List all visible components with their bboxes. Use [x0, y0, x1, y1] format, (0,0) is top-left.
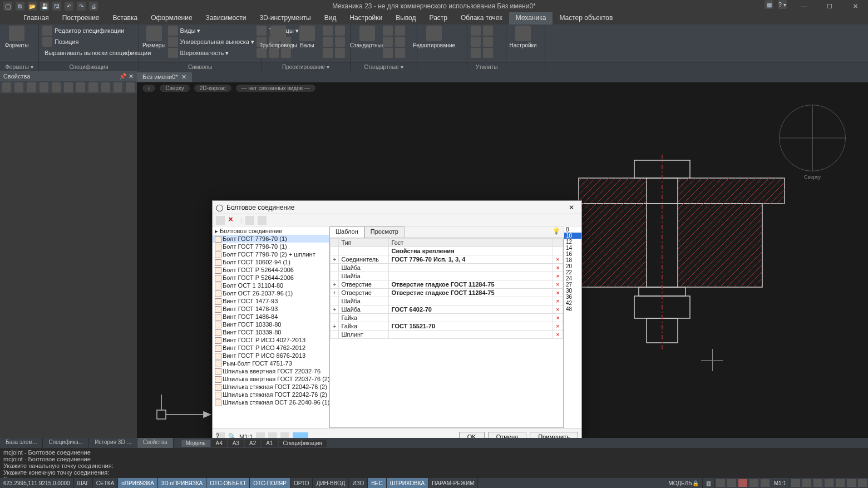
grid-row[interactable]: Шайба×	[331, 297, 563, 305]
tree-item[interactable]: Винт ГОСТ 1486-84	[213, 313, 329, 321]
status-icon-4[interactable]	[749, 479, 758, 487]
maximize-button[interactable]: ☐	[817, 0, 842, 12]
util-btn-3[interactable]	[471, 37, 481, 47]
tree-item[interactable]: Болт ОСТ 26-2037-96 (1)	[213, 289, 329, 297]
status-toggle[interactable]: ИЗО	[349, 478, 368, 488]
hint-icon[interactable]: 💡	[549, 226, 564, 238]
grid-row[interactable]: Шайба×	[331, 264, 563, 272]
viewport-pill[interactable]: Сверху	[160, 85, 189, 92]
std-btn-5[interactable]	[383, 48, 393, 58]
proj-btn-1[interactable]	[323, 26, 333, 36]
apply-button[interactable]: Применить	[530, 432, 578, 438]
status-toggle[interactable]: ОРТО	[290, 478, 313, 488]
status-toggle[interactable]: ШТРИХОВКА	[387, 478, 428, 488]
size-option[interactable]: 30	[564, 288, 581, 294]
expand-cell[interactable]	[331, 264, 339, 272]
cancel-button[interactable]: Отмена	[488, 432, 526, 438]
tree-item[interactable]: Болт ГОСТ 7798-70 (2) + шплинт	[213, 250, 329, 258]
shafts-button[interactable]: Валы	[294, 26, 320, 58]
size-option[interactable]: 22	[564, 269, 581, 275]
type-cell[interactable]: Отверстие	[339, 289, 389, 297]
spec-editor-button[interactable]: Редактор спецификации	[42, 26, 135, 36]
dlg-foot-view-icon[interactable]	[293, 432, 308, 438]
spec-leaders-button[interactable]: Выравнивать выноски спецификации	[42, 48, 135, 58]
dlg-help-icon[interactable]: ?	[216, 432, 225, 438]
dialog-close-icon[interactable]: ✕	[565, 204, 578, 211]
dlg-foot-1-icon[interactable]	[256, 432, 265, 438]
tree-item[interactable]: Винт ГОСТ 1478-93	[213, 305, 329, 313]
ribbon-tab[interactable]: Вид	[318, 12, 343, 24]
minimize-button[interactable]: —	[791, 0, 817, 12]
dlg-zoom-icon[interactable]: 🔍	[228, 433, 236, 438]
editing-button[interactable]: Редактирование	[421, 26, 447, 48]
tree-item[interactable]: Шпилька стяжная ГОСТ 22042-76 (2)	[213, 391, 329, 398]
status-icon-11[interactable]	[847, 479, 856, 487]
grid-row[interactable]: +ГайкаГОСТ 15521-70×	[331, 322, 563, 331]
viewcube[interactable]: Сверху	[779, 105, 846, 171]
std-btn-1[interactable]	[383, 26, 393, 36]
qat-print-icon[interactable]: 🖨	[89, 2, 98, 11]
qat-new-icon[interactable]: 🗎	[16, 2, 24, 11]
proj-btn-2[interactable]	[335, 26, 345, 36]
ribbon-tab[interactable]: Растр	[423, 12, 454, 24]
tree-item[interactable]: Болт ГОСТ Р 52644-2006	[213, 274, 329, 282]
status-toggle[interactable]: 3D оПРИВЯЗКА	[158, 478, 206, 488]
type-cell[interactable]: Отверстие	[339, 280, 389, 289]
row-delete-icon[interactable]: ×	[553, 331, 563, 339]
doc-tab-close-icon[interactable]: ✕	[181, 73, 186, 81]
expand-cell[interactable]	[331, 331, 339, 339]
tree-item[interactable]: Винт ГОСТ 10339-80	[213, 328, 329, 336]
prop-tool-3[interactable]	[27, 82, 36, 92]
size-option[interactable]: 36	[564, 294, 581, 300]
grid-row[interactable]: Шайба×	[331, 272, 563, 280]
size-list[interactable]: 810121416182022242730364248	[564, 226, 581, 428]
std-btn-2[interactable]	[395, 26, 405, 36]
standard-button[interactable]: Стандартные	[354, 26, 381, 58]
dlg-tool-new-icon[interactable]	[216, 216, 225, 225]
status-orbit-icon[interactable]	[802, 479, 811, 487]
col-gost[interactable]: Гост	[389, 239, 553, 247]
viewport-nav-left[interactable]: ‹	[142, 85, 155, 92]
tree-item[interactable]: Рым-болт ГОСТ 4751-73	[213, 359, 329, 367]
util-btn-1[interactable]	[471, 26, 481, 36]
gost-cell[interactable]: ГОСТ 6402-70	[389, 305, 553, 314]
grid-row[interactable]: +СоединительГОСТ 7796-70 Исп. 1, 3, 4×	[331, 255, 563, 264]
settings-button[interactable]: Настройки	[510, 26, 536, 48]
bottom-panel-tab[interactable]: Специфика...	[43, 438, 89, 448]
status-model-label[interactable]: МОДЕЛЬ 🔒	[665, 478, 702, 488]
tree-item[interactable]: Винт ГОСТ Р ИСО 4762-2012	[213, 344, 329, 352]
type-cell[interactable]	[339, 247, 389, 255]
grid-row[interactable]: +ОтверстиеОтверстие гладкое ГОСТ 11284-7…	[331, 280, 563, 289]
std-btn-6[interactable]	[395, 48, 405, 58]
ribbon-tab[interactable]: Построение	[56, 12, 106, 24]
col-type[interactable]: Тип	[339, 239, 389, 247]
type-cell[interactable]: Шплинт	[339, 331, 389, 339]
status-toggle[interactable]: ВЕС	[368, 478, 387, 488]
dialog-tree[interactable]: ▸ Болтовое соединение Болт ГОСТ 7796-70 …	[213, 226, 329, 428]
tree-item[interactable]: Шпилька стяжная ГОСТ 22042-76 (2)	[213, 383, 329, 391]
ribbon-tab[interactable]: Облака точек	[454, 12, 509, 24]
gost-cell[interactable]: Отверстие гладкое ГОСТ 11284-75	[389, 289, 553, 297]
prop-tool-1[interactable]	[2, 82, 11, 92]
layout-tab[interactable]: A2	[245, 440, 260, 447]
prop-tool-6[interactable]	[64, 82, 73, 92]
util-btn-5[interactable]	[471, 48, 481, 58]
document-tab[interactable]: Без имени0* ✕	[137, 72, 192, 82]
dialog-tab[interactable]: Шаблон	[329, 226, 364, 238]
ribbon-tab[interactable]: Главная	[17, 12, 56, 24]
tree-item[interactable]: Винт ГОСТ Р ИСО 8676-2013	[213, 352, 329, 359]
size-option[interactable]: 10	[564, 233, 581, 239]
dlg-foot-2-icon[interactable]	[268, 432, 277, 438]
gost-cell[interactable]: Отверстие гладкое ГОСТ 11284-75	[389, 280, 553, 289]
ribbon-tab[interactable]: 3D-инструменты	[253, 12, 317, 24]
type-cell[interactable]: Гайка	[339, 322, 389, 331]
std-btn-3[interactable]	[383, 37, 393, 47]
grid-row[interactable]: Гайка×	[331, 314, 563, 322]
tree-item[interactable]: Винт ГОСТ 1477-93	[213, 297, 329, 305]
qat-saveas-icon[interactable]: 🖫	[52, 2, 61, 11]
grid-row[interactable]: Шплинт×	[331, 331, 563, 339]
size-option[interactable]: 12	[564, 239, 581, 245]
status-layer-icon[interactable]: ▥	[703, 478, 715, 488]
tree-item[interactable]: Шпилька ввертная ГОСТ 22037-76 (2)	[213, 375, 329, 383]
dlg-tool-collapse-icon[interactable]	[258, 216, 267, 225]
